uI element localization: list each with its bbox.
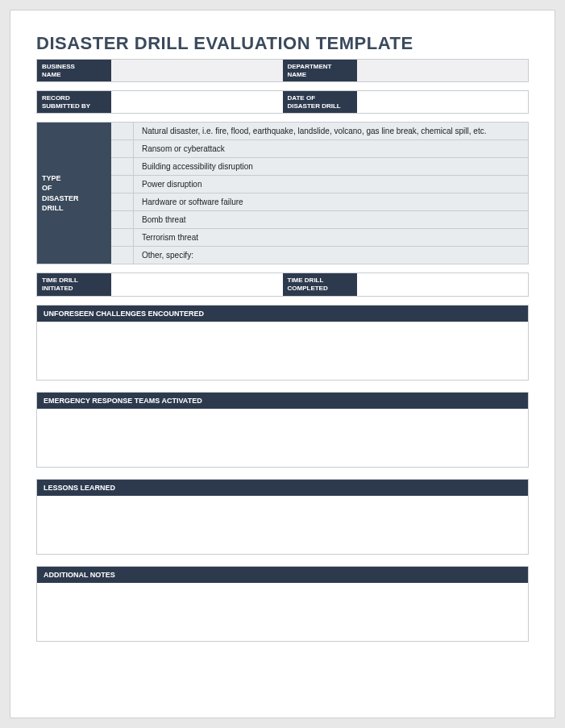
drill-option-text: Hardware or software failure <box>134 193 528 210</box>
section-emergency-response: EMERGENCY RESPONSE TEAMS ACTIVATED <box>36 392 529 468</box>
section-body[interactable] <box>37 496 528 554</box>
record-submitted-by-field[interactable] <box>111 91 283 113</box>
row-business-dept: BUSINESS NAME DEPARTMENT NAME <box>36 59 529 82</box>
drill-option-row: Terrorism threat <box>111 229 528 247</box>
drill-type-options: Natural disaster, i.e. fire, flood, eart… <box>111 123 528 264</box>
business-name-field[interactable] <box>111 60 283 81</box>
drill-option-row: Other, specify: <box>111 247 528 264</box>
drill-option-check[interactable] <box>111 229 134 246</box>
drill-option-text: Bomb threat <box>134 211 528 228</box>
section-additional-notes: ADDITIONAL NOTES <box>36 566 529 642</box>
section-header: UNFORESEEN CHALLENGES ENCOUNTERED <box>37 306 528 322</box>
drill-option-check[interactable] <box>111 211 134 228</box>
drill-option-text: Ransom or cyberattack <box>134 140 528 157</box>
section-header: ADDITIONAL NOTES <box>37 567 528 583</box>
page-title: DISASTER DRILL EVALUATION TEMPLATE <box>36 33 529 54</box>
drill-option-check[interactable] <box>111 123 134 139</box>
drill-option-row: Bomb threat <box>111 211 528 229</box>
record-submitted-by-label: RECORD SUBMITTED BY <box>37 91 111 113</box>
section-body[interactable] <box>37 409 528 467</box>
drill-option-row: Ransom or cyberattack <box>111 140 528 158</box>
section-lessons-learned: LESSONS LEARNED <box>36 479 529 555</box>
time-drill-completed-field[interactable] <box>357 273 529 295</box>
section-body[interactable] <box>37 583 528 641</box>
drill-option-check[interactable] <box>111 158 134 175</box>
business-name-label: BUSINESS NAME <box>37 60 111 81</box>
drill-option-check[interactable] <box>111 176 134 193</box>
drill-type-label: TYPE OF DISASTER DRILL <box>37 123 111 264</box>
time-drill-completed-label: TIME DRILL COMPLETED <box>283 273 357 295</box>
time-drill-initiated-label: TIME DRILL INITIATED <box>37 273 111 295</box>
document-page: DISASTER DRILL EVALUATION TEMPLATE BUSIN… <box>10 10 555 718</box>
drill-option-row: Natural disaster, i.e. fire, flood, eart… <box>111 123 528 140</box>
drill-option-check[interactable] <box>111 193 134 210</box>
drill-option-row: Power disruption <box>111 176 528 193</box>
drill-option-check[interactable] <box>111 140 134 157</box>
section-header: EMERGENCY RESPONSE TEAMS ACTIVATED <box>37 393 528 409</box>
department-name-label: DEPARTMENT NAME <box>283 60 357 81</box>
drill-option-text: Natural disaster, i.e. fire, flood, eart… <box>134 123 528 139</box>
drill-type-table: TYPE OF DISASTER DRILL Natural disaster,… <box>36 122 529 264</box>
drill-option-text: Building accessibility disruption <box>134 158 528 175</box>
drill-option-text: Terrorism threat <box>134 229 528 246</box>
row-time-drill: TIME DRILL INITIATED TIME DRILL COMPLETE… <box>36 272 529 296</box>
date-of-drill-label: DATE OF DISASTER DRILL <box>283 91 357 113</box>
row-record-date: RECORD SUBMITTED BY DATE OF DISASTER DRI… <box>36 90 529 114</box>
drill-option-row: Building accessibility disruption <box>111 158 528 176</box>
section-header: LESSONS LEARNED <box>37 480 528 496</box>
drill-option-text: Power disruption <box>134 176 528 193</box>
drill-option-row: Hardware or software failure <box>111 193 528 211</box>
department-name-field[interactable] <box>357 60 529 81</box>
drill-option-check[interactable] <box>111 247 134 264</box>
drill-option-text: Other, specify: <box>134 247 528 264</box>
time-drill-initiated-field[interactable] <box>111 273 283 295</box>
date-of-drill-field[interactable] <box>357 91 529 113</box>
section-unforeseen-challenges: UNFORESEEN CHALLENGES ENCOUNTERED <box>36 305 529 381</box>
section-body[interactable] <box>37 322 528 380</box>
